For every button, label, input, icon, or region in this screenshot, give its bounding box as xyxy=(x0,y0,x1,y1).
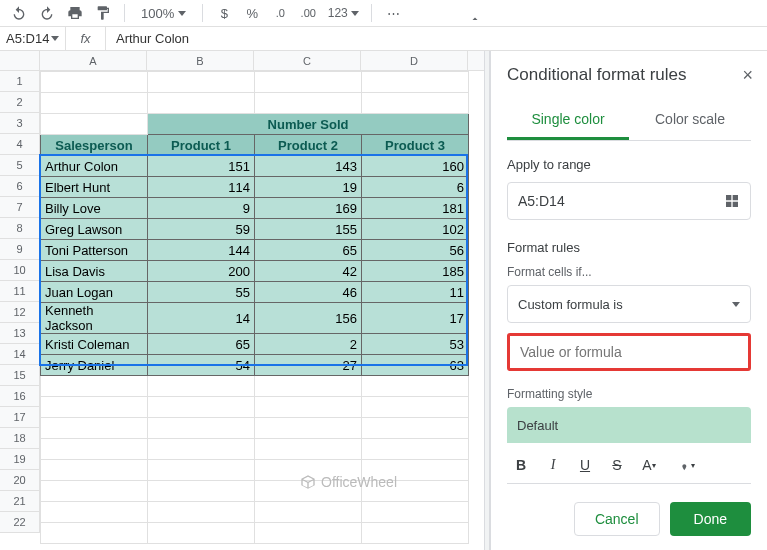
empty-cell[interactable] xyxy=(148,376,255,397)
format-percent-button[interactable]: % xyxy=(241,2,263,24)
table-header-cell[interactable]: Product 2 xyxy=(255,135,362,156)
decrease-decimal-button[interactable]: .0 xyxy=(269,2,291,24)
table-header-cell[interactable]: Product 1 xyxy=(148,135,255,156)
name-cell[interactable]: Elbert Hunt xyxy=(41,177,148,198)
value-cell[interactable]: 155 xyxy=(255,219,362,240)
format-currency-button[interactable]: $ xyxy=(213,2,235,24)
empty-cell[interactable] xyxy=(255,376,362,397)
row-header[interactable]: 20 xyxy=(0,470,40,491)
redo-button[interactable] xyxy=(36,2,58,24)
empty-cell[interactable] xyxy=(255,523,362,544)
cancel-button[interactable]: Cancel xyxy=(574,502,660,536)
empty-cell[interactable] xyxy=(362,418,469,439)
name-cell[interactable]: Toni Patterson xyxy=(41,240,148,261)
empty-cell[interactable] xyxy=(362,93,469,114)
empty-cell[interactable] xyxy=(362,439,469,460)
empty-cell[interactable] xyxy=(41,460,148,481)
row-header[interactable]: 22 xyxy=(0,512,40,533)
print-button[interactable] xyxy=(64,2,86,24)
row-header[interactable]: 3 xyxy=(0,113,40,134)
formula-value-input[interactable] xyxy=(520,344,738,360)
more-toolbar-button[interactable]: ⋯ xyxy=(382,2,404,24)
row-header[interactable]: 15 xyxy=(0,365,40,386)
increase-decimal-button[interactable]: .00 xyxy=(297,2,319,24)
done-button[interactable]: Done xyxy=(670,502,751,536)
empty-cell[interactable] xyxy=(255,397,362,418)
value-cell[interactable]: 181 xyxy=(362,198,469,219)
row-header[interactable]: 12 xyxy=(0,302,40,323)
row-header[interactable]: 13 xyxy=(0,323,40,344)
bold-button[interactable]: B xyxy=(507,451,535,479)
select-all-corner[interactable] xyxy=(0,51,40,70)
value-cell[interactable]: 9 xyxy=(148,198,255,219)
empty-cell[interactable] xyxy=(41,93,148,114)
value-cell[interactable]: 2 xyxy=(255,334,362,355)
row-header[interactable]: 8 xyxy=(0,218,40,239)
select-range-icon[interactable] xyxy=(724,193,740,209)
empty-cell[interactable] xyxy=(362,523,469,544)
italic-button[interactable]: I xyxy=(539,451,567,479)
value-cell[interactable]: 63 xyxy=(362,355,469,376)
row-header[interactable]: 6 xyxy=(0,176,40,197)
empty-cell[interactable] xyxy=(362,72,469,93)
collapse-sidebar-button[interactable] xyxy=(466,4,484,34)
value-cell[interactable]: 102 xyxy=(362,219,469,240)
paint-format-button[interactable] xyxy=(92,2,114,24)
value-cell[interactable]: 14 xyxy=(148,303,255,334)
value-cell[interactable]: 54 xyxy=(148,355,255,376)
underline-button[interactable]: U xyxy=(571,451,599,479)
name-cell[interactable]: Kenneth Jackson xyxy=(41,303,148,334)
value-cell[interactable]: 200 xyxy=(148,261,255,282)
text-color-button[interactable]: A▾ xyxy=(635,451,663,479)
value-cell[interactable]: 17 xyxy=(362,303,469,334)
name-cell[interactable]: Kristi Coleman xyxy=(41,334,148,355)
empty-cell[interactable] xyxy=(255,72,362,93)
empty-cell[interactable] xyxy=(148,397,255,418)
empty-cell[interactable] xyxy=(255,93,362,114)
value-cell[interactable]: 11 xyxy=(362,282,469,303)
empty-cell[interactable] xyxy=(148,93,255,114)
value-cell[interactable]: 185 xyxy=(362,261,469,282)
empty-cell[interactable] xyxy=(362,376,469,397)
more-formats-button[interactable]: 123 xyxy=(325,2,361,24)
value-cell[interactable]: 65 xyxy=(148,334,255,355)
row-header[interactable]: 1 xyxy=(0,71,40,92)
empty-cell[interactable] xyxy=(148,418,255,439)
empty-cell[interactable] xyxy=(41,481,148,502)
row-header[interactable]: 2 xyxy=(0,92,40,113)
empty-cell[interactable] xyxy=(148,523,255,544)
empty-cell[interactable] xyxy=(148,439,255,460)
value-cell[interactable]: 6 xyxy=(362,177,469,198)
tab-color-scale[interactable]: Color scale xyxy=(629,101,751,140)
row-header[interactable]: 9 xyxy=(0,239,40,260)
empty-cell[interactable] xyxy=(41,523,148,544)
value-cell[interactable]: 27 xyxy=(255,355,362,376)
empty-cell[interactable] xyxy=(41,376,148,397)
value-cell[interactable]: 53 xyxy=(362,334,469,355)
value-cell[interactable]: 114 xyxy=(148,177,255,198)
empty-cell[interactable] xyxy=(362,397,469,418)
empty-cell[interactable] xyxy=(362,502,469,523)
name-cell[interactable]: Lisa Davis xyxy=(41,261,148,282)
spreadsheet-grid[interactable]: A B C D 12345678910111213141516171819202… xyxy=(0,51,484,550)
tab-single-color[interactable]: Single color xyxy=(507,101,629,140)
value-cell[interactable]: 160 xyxy=(362,156,469,177)
empty-cell[interactable] xyxy=(255,502,362,523)
row-header[interactable]: 11 xyxy=(0,281,40,302)
value-cell[interactable]: 169 xyxy=(255,198,362,219)
name-cell[interactable]: Greg Lawson xyxy=(41,219,148,240)
strikethrough-button[interactable]: S xyxy=(603,451,631,479)
empty-cell[interactable] xyxy=(41,418,148,439)
name-box[interactable]: A5:D14 xyxy=(0,27,66,50)
undo-button[interactable] xyxy=(8,2,30,24)
zoom-dropdown[interactable]: 100% xyxy=(135,6,192,21)
formula-input[interactable]: Arthur Colon xyxy=(106,31,767,46)
value-cell[interactable]: 19 xyxy=(255,177,362,198)
empty-cell[interactable] xyxy=(148,72,255,93)
value-cell[interactable]: 156 xyxy=(255,303,362,334)
empty-cell[interactable] xyxy=(255,418,362,439)
empty-cell[interactable] xyxy=(255,439,362,460)
row-header[interactable]: 19 xyxy=(0,449,40,470)
value-cell[interactable]: 151 xyxy=(148,156,255,177)
empty-cell[interactable] xyxy=(41,397,148,418)
